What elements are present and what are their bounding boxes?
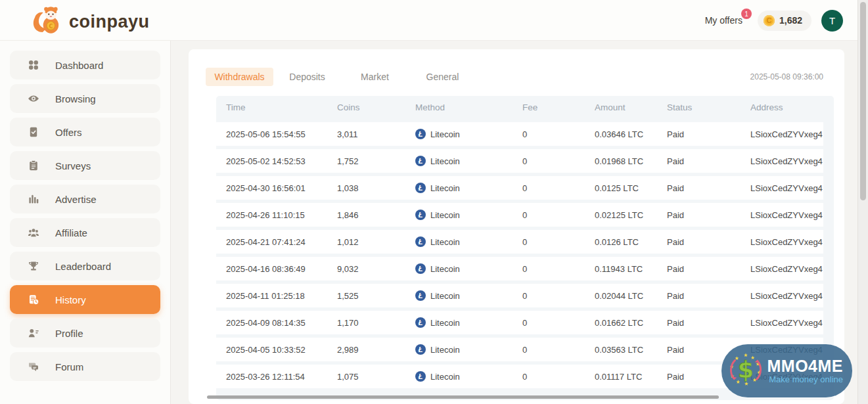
cell-amount: 0.0125 LTC [595, 183, 667, 193]
sidebar-item-dashboard[interactable]: Dashboard [10, 51, 160, 79]
cell-time: 2025-03-26 12:11:54 [226, 372, 337, 382]
sidebar-item-affiliate[interactable]: Affiliate [10, 218, 160, 247]
cell-time: 2025-04-30 16:56:01 [226, 183, 337, 193]
page-scrollbar-thumb[interactable] [860, 2, 866, 200]
cell-time: 2025-04-26 11:10:15 [226, 210, 337, 220]
coin-balance-pill[interactable]: C 1,682 [758, 11, 811, 31]
method-label: Litecoin [430, 210, 460, 220]
people-icon [28, 227, 39, 238]
litecoin-icon: Ł [415, 317, 426, 328]
cell-amount: 0.03646 LTC [595, 129, 667, 139]
sidebar-item-browsing[interactable]: Browsing [10, 84, 160, 113]
cell-amount: 0.01968 LTC [595, 156, 667, 166]
report-timestamp: 2025-05-08 09:36:00 [750, 72, 823, 81]
cell-method: Ł Litecoin [415, 371, 522, 382]
sidebar-item-offers[interactable]: Offers [10, 118, 160, 146]
coinpayu-logo[interactable]: C coinpayu [30, 5, 150, 39]
cell-address: LSioxCedZYVxeg4 [750, 183, 823, 193]
cell-method: Ł Litecoin [415, 156, 522, 166]
cell-status: Paid [667, 264, 750, 274]
tab-withdrawals[interactable]: Withdrawals [206, 68, 273, 86]
cell-time: 2025-05-02 14:52:53 [226, 156, 337, 166]
coinpayu-mascot-icon: C [30, 5, 65, 39]
method-label: Litecoin [430, 318, 460, 328]
sidebar-item-label: Surveys [55, 160, 91, 171]
logo-text: coinpayu [69, 12, 150, 32]
cell-fee: 0 [522, 210, 595, 220]
clipboard-icon [28, 160, 39, 171]
cell-method: Ł Litecoin [415, 236, 522, 247]
top-right-cluster: My offers 1 C 1,682 T [705, 0, 843, 41]
cell-method: Ł Litecoin [415, 210, 522, 220]
cell-coins: 1,038 [337, 183, 415, 193]
tab-general[interactable]: General [409, 68, 476, 86]
column-header-method: Method [415, 102, 522, 112]
tab-market[interactable]: Market [341, 68, 409, 86]
my-offers-link[interactable]: My offers 1 [705, 15, 748, 26]
trophy-icon [28, 260, 39, 272]
method-label: Litecoin [430, 345, 460, 355]
litecoin-icon: Ł [415, 344, 426, 355]
cell-coins: 1,170 [337, 318, 415, 328]
litecoin-icon: Ł [415, 263, 426, 274]
user-avatar[interactable]: T [821, 10, 843, 32]
tab-deposits[interactable]: Deposits [273, 68, 341, 86]
eye-icon [28, 93, 39, 104]
sidebar-item-advertise[interactable]: Advertise [10, 185, 160, 213]
cell-fee: 0 [522, 264, 595, 274]
method-label: Litecoin [430, 237, 460, 247]
history-icon [28, 294, 39, 305]
cell-address: LSioxCedZYVxeg4 [750, 129, 823, 139]
page-scrollbar-track[interactable] [857, 0, 868, 404]
table-row: 2025-05-02 14:52:53 1,752 Ł Litecoin 0 0… [216, 149, 823, 173]
cell-time: 2025-04-09 08:14:35 [226, 318, 337, 328]
table-horizontal-scrollbar[interactable] [207, 395, 719, 399]
litecoin-icon: Ł [415, 236, 426, 247]
column-header-address: Address [750, 102, 834, 112]
cell-address: LSioxCedZYVxeg4 [750, 210, 823, 220]
offers-count-badge: 1 [741, 9, 752, 19]
cell-address: LSioxCedZYVxeg4 [750, 156, 823, 166]
watermark-title: MMO4ME [766, 357, 843, 374]
sidebar-item-forum[interactable]: Forum [10, 352, 160, 381]
profile-icon [28, 327, 39, 339]
sidebar-item-label: Offers [55, 127, 82, 138]
cell-amount: 0.03563 LTC [595, 345, 667, 355]
top-bar: C coinpayu My offers 1 C 1,682 T [0, 0, 868, 41]
sidebar-item-leaderboard[interactable]: Leaderboard [10, 252, 160, 281]
cell-address: LSioxCedZYVxeg4 [750, 291, 823, 301]
cell-time: 2025-04-05 10:33:52 [226, 345, 337, 355]
litecoin-icon: Ł [415, 290, 426, 301]
cell-time: 2025-04-21 07:41:24 [226, 237, 337, 247]
litecoin-icon: Ł [415, 371, 426, 382]
cell-time: 2025-04-16 08:36:49 [226, 264, 337, 274]
cell-coins: 1,752 [337, 156, 415, 166]
offers-doc-icon [28, 126, 39, 138]
forum-icon [28, 361, 39, 372]
cell-coins: 1,012 [337, 237, 415, 247]
table-row: 2025-04-09 08:14:35 1,170 Ł Litecoin 0 0… [216, 311, 823, 334]
table-row: 2025-04-30 16:56:01 1,038 Ł Litecoin 0 0… [216, 176, 823, 200]
my-offers-label: My offers [705, 15, 742, 26]
column-header-time: Time [226, 102, 337, 112]
watermark-text: MMO4ME Make money online [766, 357, 843, 384]
cell-fee: 0 [522, 372, 595, 382]
cell-method: Ł Litecoin [415, 344, 522, 355]
method-label: Litecoin [430, 264, 460, 274]
sidebar-item-profile[interactable]: Profile [10, 319, 160, 348]
sidebar-item-history[interactable]: History [10, 285, 160, 314]
cell-status: Paid [667, 291, 750, 301]
sidebar-item-label: Advertise [55, 194, 97, 205]
litecoin-icon: Ł [415, 156, 426, 166]
sidebar-item-surveys[interactable]: Surveys [10, 151, 160, 180]
sidebar-item-label: Forum [55, 361, 83, 372]
cell-address: LSioxCedZYVxeg4 [750, 318, 823, 328]
method-label: Litecoin [430, 129, 460, 139]
coin-icon: C [764, 15, 775, 26]
cell-amount: 0.01662 LTC [595, 318, 667, 328]
column-header-status: Status [667, 102, 750, 112]
page: C coinpayu My offers 1 C 1,682 T Dashboa… [0, 0, 868, 404]
bar-chart-icon [28, 193, 39, 205]
cell-fee: 0 [522, 318, 595, 328]
history-tabs: Withdrawals Deposits Market General [206, 68, 476, 86]
